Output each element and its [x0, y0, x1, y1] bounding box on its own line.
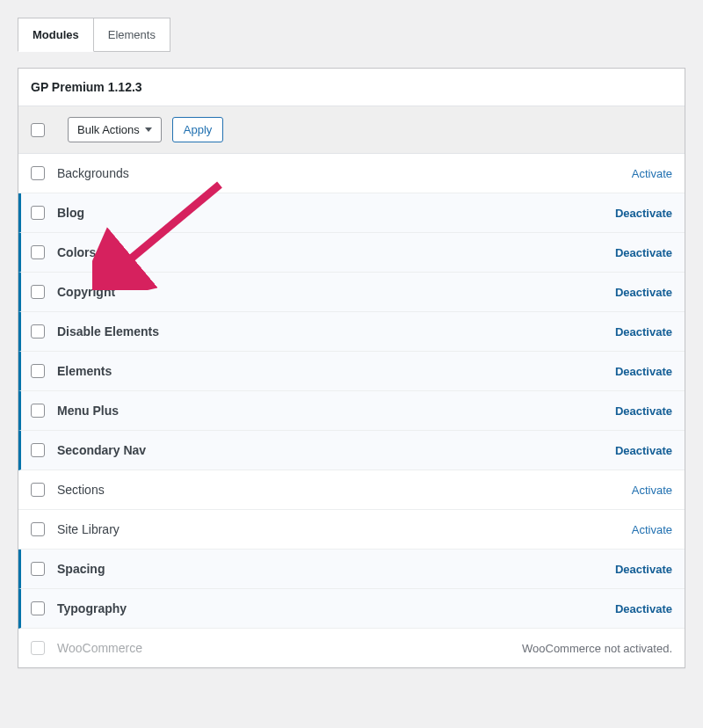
module-checkbox[interactable] [31, 443, 45, 457]
deactivate-link[interactable]: Deactivate [615, 444, 672, 457]
module-name: Elements [57, 364, 615, 378]
module-name: Spacing [57, 562, 615, 576]
deactivate-link[interactable]: Deactivate [615, 404, 672, 418]
module-row: WooCommerceWooCommerce not activated. [18, 629, 685, 667]
module-row: ElementsDeactivate [18, 352, 685, 391]
deactivate-link[interactable]: Deactivate [615, 563, 672, 576]
deactivate-link[interactable]: Deactivate [615, 325, 672, 339]
tab-elements[interactable]: Elements [94, 18, 170, 52]
panel-title: GP Premium 1.12.3 [18, 69, 685, 106]
module-checkbox[interactable] [31, 245, 45, 259]
module-name: Typography [57, 601, 615, 615]
bulk-actions-label: Bulk Actions [77, 123, 140, 136]
module-note: WooCommerce not activated. [522, 642, 672, 655]
module-row: Secondary NavDeactivate [18, 431, 685, 470]
activate-link[interactable]: Activate [632, 484, 672, 497]
deactivate-link[interactable]: Deactivate [615, 207, 672, 220]
module-row: TypographyDeactivate [18, 589, 685, 629]
module-checkbox[interactable] [31, 166, 45, 180]
module-name: Secondary Nav [57, 443, 615, 457]
module-checkbox[interactable] [31, 364, 45, 378]
activate-link[interactable]: Activate [632, 523, 672, 536]
panel: GP Premium 1.12.3 Bulk Actions Apply Bac… [18, 68, 685, 668]
module-row: SpacingDeactivate [18, 550, 685, 589]
chevron-down-icon [145, 127, 152, 132]
module-name: Copyright [57, 285, 615, 299]
module-row: Menu PlusDeactivate [18, 391, 685, 431]
module-row: ColorsDeactivate [18, 233, 685, 273]
bulk-actions-select[interactable]: Bulk Actions [68, 117, 162, 142]
module-checkbox[interactable] [31, 404, 45, 418]
module-row: BackgroundsActivate [18, 154, 685, 193]
module-checkbox[interactable] [31, 522, 45, 536]
activate-link[interactable]: Activate [632, 167, 672, 180]
module-row: Site LibraryActivate [18, 510, 685, 550]
module-list: BackgroundsActivateBlogDeactivateColorsD… [18, 154, 685, 667]
module-checkbox[interactable] [31, 285, 45, 299]
module-checkbox[interactable] [31, 324, 45, 339]
module-name: WooCommerce [57, 641, 522, 655]
module-row: Disable ElementsDeactivate [18, 312, 685, 352]
module-checkbox[interactable] [31, 206, 45, 220]
module-checkbox [31, 641, 45, 655]
module-checkbox[interactable] [31, 483, 45, 497]
select-all-checkbox[interactable] [31, 123, 45, 137]
module-name: Menu Plus [57, 404, 615, 418]
deactivate-link[interactable]: Deactivate [615, 246, 672, 259]
tab-modules[interactable]: Modules [18, 18, 94, 52]
bulk-actions-row: Bulk Actions Apply [18, 106, 685, 154]
module-row: SectionsActivate [18, 470, 685, 510]
module-name: Backgrounds [57, 166, 632, 180]
module-row: CopyrightDeactivate [18, 273, 685, 312]
module-name: Disable Elements [57, 324, 615, 339]
module-name: Blog [57, 206, 615, 220]
deactivate-link[interactable]: Deactivate [615, 286, 672, 299]
module-name: Colors [57, 245, 615, 259]
module-name: Site Library [57, 522, 632, 536]
module-checkbox[interactable] [31, 601, 45, 615]
module-row: BlogDeactivate [18, 193, 685, 233]
apply-button[interactable]: Apply [172, 117, 224, 142]
module-checkbox[interactable] [31, 562, 45, 576]
module-name: Sections [57, 483, 632, 497]
tabs: Modules Elements [18, 18, 685, 52]
deactivate-link[interactable]: Deactivate [615, 602, 672, 615]
deactivate-link[interactable]: Deactivate [615, 365, 672, 378]
